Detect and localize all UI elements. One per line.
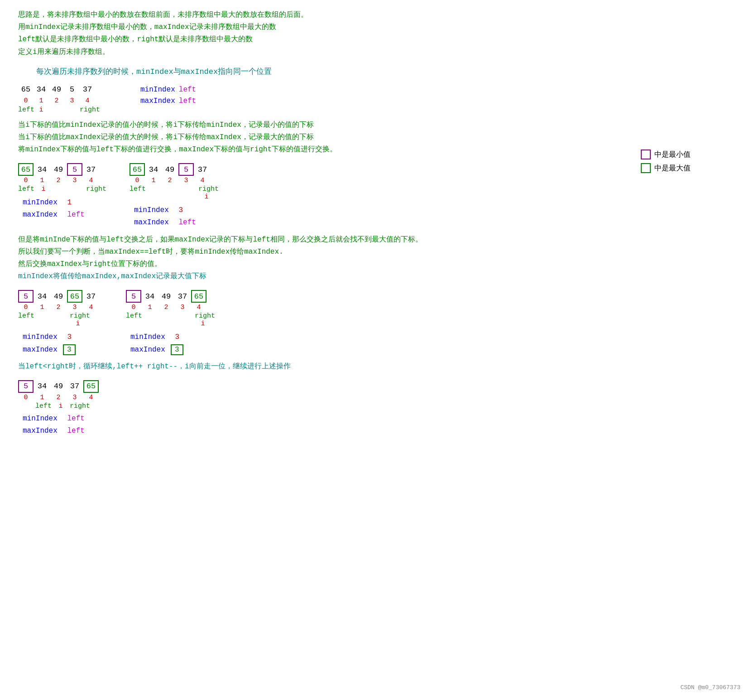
info-left-2: minIndex 3 maxIndex 3 — [23, 331, 99, 356]
cell-49: 49 — [49, 83, 64, 96]
maxindex-box2: 3 — [171, 344, 183, 355]
idx4d: 4 — [191, 304, 207, 311]
main-content: 思路是，将未排序数组中最小的数放在数组前面，未排序数组中最大的数放在数组的后面。… — [18, 9, 736, 437]
idx2e: 2 — [51, 394, 66, 401]
maxindex-box1: 3 — [63, 344, 76, 355]
ptr-left-final: left — [35, 402, 52, 410]
cell-5: 5 — [64, 83, 80, 96]
cell-34d: 34 — [142, 290, 158, 303]
ptr-right4: right — [70, 312, 86, 320]
cell-65-box4: 65 — [191, 290, 207, 303]
idx0e: 0 — [18, 394, 34, 401]
idx0d: 0 — [126, 304, 141, 311]
legend-max-label: 中是最大值 — [654, 164, 691, 173]
watermark: CSDN @m0_73067373 — [680, 684, 740, 691]
ptr-right1: right — [80, 106, 95, 114]
cell-49b: 49 — [162, 163, 178, 176]
cell-5-box: 5 — [67, 163, 82, 176]
cell-65-box3: 65 — [67, 290, 82, 303]
desc3-line: minIndex将值传给maxIndex,maxIndex记录最大值下标 — [18, 270, 736, 283]
desc1-line3: 将minIndex下标的值与left下标的值进行交换，maxIndex下标的值与… — [18, 144, 736, 156]
ptr-right3: right — [198, 185, 215, 193]
idx4a: 4 — [83, 177, 99, 184]
idx0b: 0 — [130, 177, 145, 184]
maxindex-label1: maxIndex — [140, 97, 175, 105]
cell-65-final: 65 — [83, 380, 99, 393]
ptr-i4: i — [70, 320, 86, 328]
ptr-i-final: i — [53, 402, 69, 410]
cell-5-final: 5 — [18, 380, 34, 393]
cell-65-box: 65 — [18, 163, 34, 176]
legend-min: 中是最小值 — [641, 150, 691, 159]
cell-65-box2: 65 — [130, 163, 145, 176]
ptr-right2: right — [86, 185, 102, 193]
cell-37a: 37 — [83, 163, 99, 176]
desc2-section: 但是将minInde下标的值与left交换之后，如果maxIndex记录的下标与… — [18, 234, 736, 283]
first-array-block: 65 34 49 5 37 minIndex left 0 1 2 3 4 ma… — [18, 83, 736, 114]
cell-49a: 49 — [51, 163, 66, 176]
idx0a: 0 — [18, 177, 34, 184]
idx3a: 3 — [67, 177, 82, 184]
maxindex-final: maxIndex left — [23, 425, 736, 437]
left-val1: left — [179, 86, 196, 94]
idx1d: 1 — [142, 304, 158, 311]
minindex-final: minIndex left — [23, 413, 736, 425]
cell-49c: 49 — [51, 290, 66, 303]
minindex-label1: minIndex — [140, 86, 175, 94]
cell-49e: 49 — [51, 380, 66, 393]
cell-34e: 34 — [34, 380, 50, 393]
desc2-line3: 然后交换maxIndex与right位置下标的值。 — [18, 258, 736, 270]
intro-line4: 定义i用来遍历未排序数组。 — [18, 46, 736, 58]
idx3e: 3 — [67, 394, 82, 401]
idx2d: 2 — [158, 304, 174, 311]
legend-max: 中是最大值 — [641, 163, 691, 173]
legend-min-label: 中是最小值 — [654, 150, 691, 159]
idx1c: 1 — [34, 304, 50, 311]
ptr-right-final: right — [70, 402, 86, 410]
info-right-1: minIndex 3 maxIndex left — [134, 204, 215, 229]
idx4b: 4 — [195, 177, 210, 184]
cell-37: 37 — [80, 83, 95, 96]
desc1-line2: 当i下标的值比maxIndex记录的值大的时候，将i下标传给maxIndex，记… — [18, 131, 736, 144]
ptr-i1: i — [34, 106, 49, 114]
legend-green-box — [641, 163, 651, 173]
ptr-left1: left — [18, 106, 34, 114]
desc1-line1: 当i下标的值比minIndex记录的值小的时候，将i下标传给minIndex，记… — [18, 119, 736, 131]
desc2-line2: 所以我们要写一个判断，当maxIndex==left时，要将minIndex传给… — [18, 246, 736, 258]
cell-37b: 37 — [195, 163, 210, 176]
info-right-2: minIndex 3 maxIndex 3 — [130, 331, 211, 356]
ptr-right5: right — [195, 312, 211, 320]
ptr-left2: left — [18, 185, 34, 193]
minindex-info1: minIndex 1 — [23, 197, 102, 209]
cell-34: 34 — [34, 83, 49, 96]
cell-65: 65 — [18, 83, 34, 96]
intro-line1: 思路是，将未排序数组中最小的数放在数组前面，未排序数组中最大的数放在数组的后面。 — [18, 9, 736, 21]
info-left-1: minIndex 1 maxIndex left — [23, 197, 102, 221]
info-final: minIndex left maxIndex left — [23, 413, 736, 437]
cell-5-box2: 5 — [178, 163, 194, 176]
two-col-2: 5 34 49 65 37 0 1 2 3 4 left right — [18, 290, 736, 356]
idx3d: 3 — [175, 304, 190, 311]
idx4c: 4 — [83, 304, 99, 311]
left-val2: left — [179, 97, 196, 105]
ptr-i5: i — [195, 320, 211, 328]
idx2c: 2 — [51, 304, 66, 311]
idx1e: 1 — [34, 394, 50, 401]
ptr-left4: left — [18, 312, 34, 320]
ptr-left3: left — [130, 185, 146, 193]
cell-5-box4: 5 — [126, 290, 141, 303]
final-array-block: 5 34 49 37 65 0 1 2 3 4 left i right min… — [18, 380, 736, 437]
idx1: 1 — [34, 97, 49, 105]
idx2: 2 — [49, 97, 64, 105]
ptr-i2: i — [35, 185, 52, 193]
ptr-i3: i — [198, 193, 215, 201]
cell-37d: 37 — [175, 290, 190, 303]
desc1-section: 当i下标的值比minIndex记录的值小的时候，将i下标传给minIndex，记… — [18, 119, 736, 156]
idx3b: 3 — [178, 177, 194, 184]
intro-line3: left默认是未排序数组中最小的数，right默认是未排序数组中最大的数 — [18, 34, 736, 46]
two-col-1: 65 34 49 5 37 0 1 2 3 4 left i right — [18, 163, 736, 229]
right-array-2: 5 34 49 37 65 0 1 2 3 4 left right — [126, 290, 211, 356]
idx1a: 1 — [34, 177, 50, 184]
desc2-line1: 但是将minInde下标的值与left交换之后，如果maxIndex记录的下标与… — [18, 234, 736, 246]
cell-34a: 34 — [34, 163, 50, 176]
